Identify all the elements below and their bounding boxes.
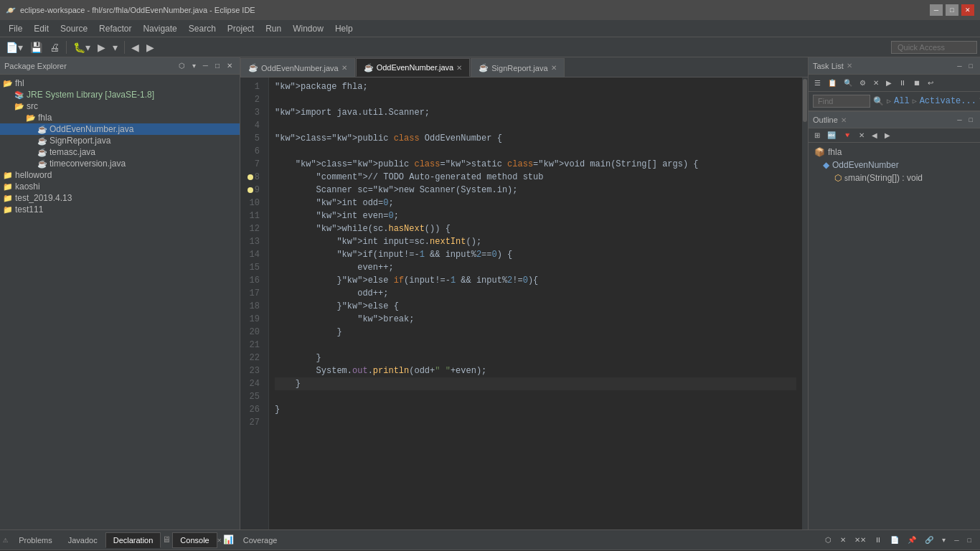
editor-tab-2[interactable]: ☕ SignReport.java✕ bbox=[471, 58, 564, 77]
title-bar: 🪐 eclipse-workspace - fhl/src/fhla/OddEv… bbox=[0, 0, 980, 20]
menu-run[interactable]: Run bbox=[260, 22, 287, 35]
pe-minimize[interactable]: ─ bbox=[200, 60, 211, 71]
outline-item-main[interactable]: ⬡ s main(String[]) : void bbox=[809, 171, 980, 184]
tree-item[interactable]: 📁kaoshi bbox=[0, 181, 240, 192]
close-button[interactable]: ✕ bbox=[961, 4, 974, 16]
minimize-button[interactable]: ─ bbox=[930, 4, 943, 16]
menu-file[interactable]: File bbox=[3, 22, 28, 35]
tree-item[interactable]: 📂fhl bbox=[0, 77, 240, 89]
outline-btn-1[interactable]: ⊞ bbox=[811, 130, 823, 141]
task-minimize[interactable]: ─ bbox=[954, 61, 964, 71]
task-btn-8[interactable]: ⏹ bbox=[910, 77, 923, 88]
task-btn-3[interactable]: 🔍 bbox=[841, 77, 855, 88]
pe-maximize[interactable]: □ bbox=[212, 60, 222, 71]
outline-btn-3[interactable]: 🔻 bbox=[840, 130, 854, 141]
window-title: eclipse-workspace - fhl/src/fhla/OddEven… bbox=[20, 6, 255, 14]
bottom-tab-coverage[interactable]: Coverage bbox=[235, 532, 286, 548]
tree-item[interactable]: 📂fhla bbox=[0, 112, 240, 123]
toolbar-back[interactable]: ◀ bbox=[128, 40, 142, 55]
console-minimize[interactable]: ─ bbox=[951, 535, 961, 545]
maximize-button[interactable]: □ bbox=[946, 4, 958, 16]
toolbar-run-dropdown[interactable]: ▾ bbox=[110, 40, 121, 55]
toolbar-save[interactable]: 💾 bbox=[27, 40, 45, 55]
code-line: "kw">int input=sc.nextInt(); bbox=[275, 235, 796, 248]
all-label[interactable]: All bbox=[894, 96, 910, 106]
toolbar-new[interactable]: 📄▾ bbox=[3, 40, 26, 55]
toolbar-run[interactable]: ▶ bbox=[95, 40, 108, 55]
editor-tabs: ☕ OddEvenNumber.java✕☕ OddEvenNumber.jav… bbox=[240, 57, 808, 77]
line-number: 21 bbox=[240, 339, 264, 352]
bottom-tab-declaration[interactable]: Declaration bbox=[105, 532, 161, 548]
tree-item[interactable]: 📁helloword bbox=[0, 169, 240, 181]
code-line: } bbox=[275, 377, 796, 390]
outline-item-fhla[interactable]: 📦fhla bbox=[809, 146, 980, 159]
tab-close-button[interactable]: ✕ bbox=[551, 64, 557, 72]
editor-scrollbar[interactable] bbox=[802, 77, 808, 529]
find-icon: 🔍 bbox=[873, 96, 884, 107]
toolbar-debug[interactable]: 🐛▾ bbox=[70, 40, 93, 55]
quick-access-input[interactable] bbox=[891, 41, 977, 54]
outline-item-oddevennumber[interactable]: ◆OddEvenNumber bbox=[809, 159, 980, 171]
tree-item[interactable]: ☕timeconversion.java bbox=[0, 158, 240, 169]
outline-btn-4[interactable]: ✕ bbox=[856, 130, 867, 141]
bottom-tab-javadoc[interactable]: Javadoc bbox=[60, 532, 105, 548]
menu-help[interactable]: Help bbox=[329, 22, 359, 35]
pe-menu[interactable]: ▾ bbox=[189, 60, 199, 71]
task-btn-1[interactable]: ☰ bbox=[811, 77, 824, 88]
menu-search[interactable]: Search bbox=[183, 22, 222, 35]
menu-source[interactable]: Source bbox=[55, 22, 93, 35]
tab-close-button[interactable]: ✕ bbox=[456, 64, 462, 72]
tab-close-button[interactable]: ✕ bbox=[341, 64, 347, 72]
outline-btn-2[interactable]: 🔤 bbox=[824, 130, 839, 141]
pe-collapse[interactable]: ⬡ bbox=[176, 60, 188, 71]
outline-btn-5[interactable]: ◀ bbox=[869, 130, 880, 141]
task-list-toolbar: ☰ 📋 🔍 ⚙ ✕ ▶ ⏸ ⏹ ↩ bbox=[809, 75, 980, 92]
console-btn-4[interactable]: ⏸ bbox=[872, 534, 885, 545]
task-btn-7[interactable]: ⏸ bbox=[896, 77, 909, 88]
console-btn-5[interactable]: 📄 bbox=[887, 534, 902, 545]
find-input[interactable] bbox=[813, 95, 870, 108]
tree-item[interactable]: ☕temasc.java bbox=[0, 146, 240, 158]
pe-close[interactable]: ✕ bbox=[224, 60, 235, 71]
outline-btn-6[interactable]: ▶ bbox=[882, 130, 893, 141]
tree-item[interactable]: ☕OddEvenNumber.java bbox=[0, 123, 240, 135]
menu-window[interactable]: Window bbox=[287, 22, 329, 35]
code-content[interactable]: "kw">package fhla; "kw">import java.util… bbox=[269, 77, 802, 529]
console-close[interactable]: ✕ bbox=[217, 536, 222, 545]
outline-minimize[interactable]: ─ bbox=[954, 115, 964, 125]
code-line: "kw">int even=0; bbox=[275, 209, 796, 222]
editor-tab-1[interactable]: ☕ OddEvenNumber.java✕ bbox=[356, 58, 471, 77]
console-btn-3[interactable]: ✕✕ bbox=[852, 534, 869, 545]
tree-item[interactable]: ☕SignReport.java bbox=[0, 135, 240, 146]
outline-maximize[interactable]: □ bbox=[966, 115, 976, 125]
menu-edit[interactable]: Edit bbox=[28, 22, 55, 35]
console-btn-2[interactable]: ✕ bbox=[837, 534, 849, 545]
editor-tab-0[interactable]: ☕ OddEvenNumber.java✕ bbox=[240, 58, 355, 77]
bottom-tab-problems[interactable]: Problems bbox=[11, 532, 60, 548]
console-btn-8[interactable]: ▾ bbox=[939, 534, 948, 545]
code-editor[interactable]: 1234567891011121314151617181920212223242… bbox=[240, 77, 808, 529]
tree-item[interactable]: 📚JRE System Library [JavaSE-1.8] bbox=[0, 89, 240, 100]
console-maximize[interactable]: □ bbox=[965, 535, 974, 545]
menu-project[interactable]: Project bbox=[222, 22, 260, 35]
console-btn-1[interactable]: ⬡ bbox=[822, 534, 834, 545]
menu-navigate[interactable]: Navigate bbox=[137, 22, 182, 35]
bottom-tab-console[interactable]: Console bbox=[172, 532, 217, 548]
tree-item[interactable]: 📁test111 bbox=[0, 204, 240, 215]
task-btn-9[interactable]: ↩ bbox=[925, 77, 936, 88]
task-btn-6[interactable]: ▶ bbox=[883, 77, 895, 88]
task-btn-2[interactable]: 📋 bbox=[825, 77, 839, 88]
title-bar-controls: ─ □ ✕ bbox=[930, 4, 974, 16]
menu-refactor[interactable]: Refactor bbox=[93, 22, 137, 35]
tree-item[interactable]: 📂src bbox=[0, 100, 240, 112]
toolbar-forward[interactable]: ▶ bbox=[143, 40, 157, 55]
toolbar-print[interactable]: 🖨 bbox=[47, 40, 62, 55]
tree-item[interactable]: 📁test_2019.4.13 bbox=[0, 192, 240, 204]
console-btn-6[interactable]: 📌 bbox=[905, 534, 919, 545]
task-btn-4[interactable]: ⚙ bbox=[857, 77, 869, 88]
line-number: 17 bbox=[240, 287, 264, 300]
task-btn-5[interactable]: ✕ bbox=[870, 77, 882, 88]
console-btn-7[interactable]: 🔗 bbox=[922, 534, 936, 545]
task-maximize[interactable]: □ bbox=[966, 61, 976, 71]
activate-label[interactable]: Activate... bbox=[920, 96, 976, 106]
